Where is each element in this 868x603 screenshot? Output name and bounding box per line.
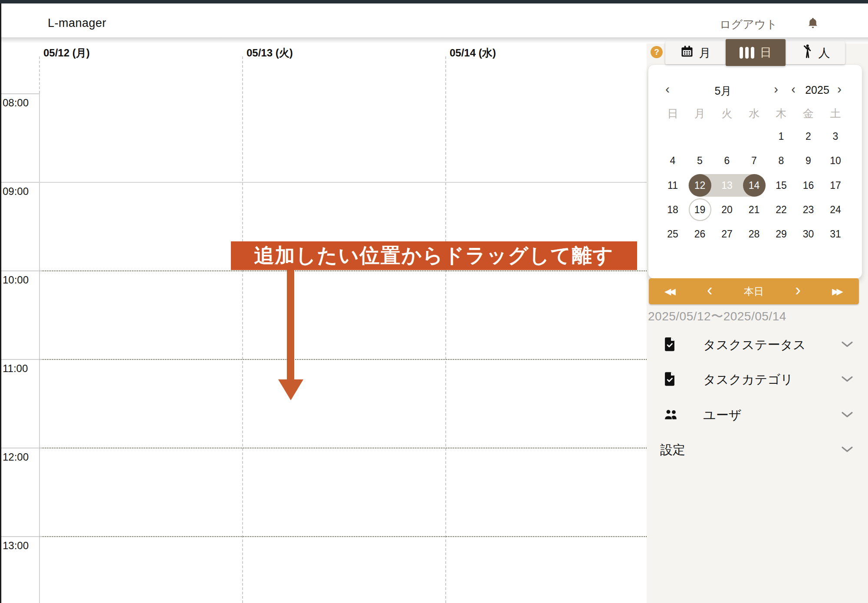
mini-calendar-day-16[interactable]: 16 [797, 174, 820, 197]
mini-calendar-day-24[interactable]: 24 [824, 198, 847, 221]
mini-calendar-day-30[interactable]: 30 [797, 223, 820, 245]
day-column-1[interactable] [39, 56, 242, 603]
next-year-chevron-icon[interactable]: › [832, 82, 846, 96]
mini-calendar-day-7[interactable]: 7 [743, 149, 766, 172]
logout-button[interactable]: ログアウト [720, 17, 777, 32]
mini-calendar-day-6[interactable]: 6 [716, 149, 738, 172]
filter-label: タスクカテゴリ [703, 371, 793, 389]
mini-calendar-day-12[interactable]: 12 [689, 174, 711, 197]
notifications-bell-icon[interactable] [806, 16, 819, 30]
task-icon [663, 372, 676, 388]
mini-calendar-day-15[interactable]: 15 [770, 174, 792, 197]
back-chevron-icon[interactable]: ‹ [707, 282, 713, 301]
window-left-border [0, 3, 1, 603]
chevron-down-icon[interactable] [841, 446, 853, 455]
time-label: 13:00 [3, 540, 29, 552]
today-button[interactable]: 本日 [744, 285, 764, 298]
month-label: 5月 [696, 84, 750, 98]
chevron-down-icon[interactable] [841, 376, 853, 385]
view-person-button[interactable]: 人 [786, 41, 845, 64]
drag-hint-banner: 追加したい位置からドラッグして離す [231, 241, 637, 270]
users-icon [663, 409, 680, 422]
mini-calendar-day-21[interactable]: 21 [743, 198, 766, 221]
mini-calendar-day-23[interactable]: 23 [797, 198, 820, 221]
view-month-button[interactable]: 月 [665, 41, 726, 64]
hour-gridline [0, 359, 39, 360]
view-month-label: 月 [699, 45, 711, 61]
weekday-header: 月 [689, 106, 711, 121]
mini-calendar-day-25[interactable]: 25 [661, 223, 684, 245]
mini-calendar-day-5[interactable]: 5 [689, 149, 711, 172]
weekday-header: 日 [661, 106, 684, 121]
mini-calendar-day-26[interactable]: 26 [689, 223, 711, 245]
drag-hint-arrowhead-icon [278, 379, 303, 400]
mini-calendar-day-20[interactable]: 20 [716, 198, 738, 221]
date-nav-toolbar: ◀◀ ‹ 本日 › ▶▶ [649, 278, 859, 304]
chevron-down-icon[interactable] [841, 411, 853, 420]
mini-calendar-day-18[interactable]: 18 [661, 198, 684, 221]
grid-column-line [39, 56, 40, 93]
weekday-header: 金 [797, 106, 820, 121]
mini-calendar-day-27[interactable]: 27 [716, 223, 738, 245]
day-columns-icon [740, 47, 754, 59]
prev-year-chevron-icon[interactable]: ‹ [786, 82, 800, 96]
filter-settings[interactable]: 設定 [647, 434, 868, 467]
filter-user[interactable]: ユーザ [647, 399, 868, 432]
filter-task-category[interactable]: タスクカテゴリ [647, 363, 868, 396]
mini-calendar-day-19[interactable]: 19 [689, 198, 711, 221]
mini-calendar-day-9[interactable]: 9 [797, 149, 820, 172]
day-header-3: 05/14 (水) [450, 46, 496, 60]
mini-calendar-day-2[interactable]: 2 [797, 125, 820, 148]
weekday-header: 木 [770, 106, 792, 121]
weekday-header: 火 [716, 106, 738, 121]
mini-calendar-day-29[interactable]: 29 [770, 223, 792, 245]
mini-calendar-day-22[interactable]: 22 [770, 198, 792, 221]
chevron-down-icon[interactable] [841, 341, 853, 350]
help-icon[interactable]: ? [651, 46, 663, 58]
view-day-button[interactable]: 日 [726, 39, 786, 66]
date-range-text: 2025/05/12〜2025/05/14 [648, 308, 786, 325]
mini-calendar-day-8[interactable]: 8 [770, 149, 792, 172]
day-column-3[interactable] [445, 56, 647, 603]
mini-calendar-day-14[interactable]: 14 [743, 174, 766, 197]
hour-gridline [39, 182, 647, 183]
mini-calendar-day-1[interactable]: 1 [770, 125, 792, 148]
day-header-2: 05/13 (火) [247, 46, 293, 60]
hour-gridline [0, 182, 39, 183]
mini-calendar-day-10[interactable]: 10 [824, 149, 847, 172]
mini-calendar-day-13[interactable]: 13 [716, 174, 738, 197]
time-label: 12:00 [3, 451, 29, 463]
day-column-2[interactable] [242, 56, 445, 603]
weekday-header: 土 [824, 106, 847, 121]
mini-calendar: ‹ 5月 › ‹ 2025 › 日月火水木金土 1234567891011121… [648, 64, 862, 279]
time-label: 08:00 [3, 97, 29, 109]
hour-gridline [39, 536, 647, 537]
hour-gridline [39, 448, 647, 448]
skip-forward-icon[interactable]: ▶▶ [832, 286, 843, 297]
hour-gridline [0, 536, 39, 537]
hour-gridline [39, 359, 647, 360]
app-window: L-manager ログアウト 05/12 (月) 05/13 (火) 05/1… [0, 0, 868, 603]
filter-label: タスクステータス [703, 336, 806, 354]
time-label: 10:00 [3, 274, 29, 286]
mini-calendar-day-31[interactable]: 31 [824, 223, 847, 245]
task-icon [663, 337, 676, 353]
view-day-label: 日 [760, 45, 772, 60]
hour-gridline [39, 270, 647, 271]
next-month-chevron-icon[interactable]: › [769, 82, 783, 96]
weekday-header: 水 [743, 106, 766, 121]
hour-gridline [0, 270, 39, 271]
day-header-1: 05/12 (月) [43, 46, 90, 60]
filter-task-status[interactable]: タスクステータス [647, 329, 868, 362]
mini-calendar-day-3[interactable]: 3 [824, 125, 847, 148]
mini-calendar-day-4[interactable]: 4 [661, 149, 684, 172]
forward-chevron-icon[interactable]: › [795, 282, 801, 301]
app-bar: L-manager ログアウト [0, 3, 868, 37]
mini-calendar-day-28[interactable]: 28 [743, 223, 766, 245]
prev-month-chevron-icon[interactable]: ‹ [661, 82, 674, 96]
drag-hint-arrow [287, 270, 294, 379]
skip-back-icon[interactable]: ◀◀ [664, 286, 676, 297]
grid-column-line [445, 56, 446, 603]
mini-calendar-day-11[interactable]: 11 [661, 174, 684, 197]
mini-calendar-day-17[interactable]: 17 [824, 174, 847, 197]
